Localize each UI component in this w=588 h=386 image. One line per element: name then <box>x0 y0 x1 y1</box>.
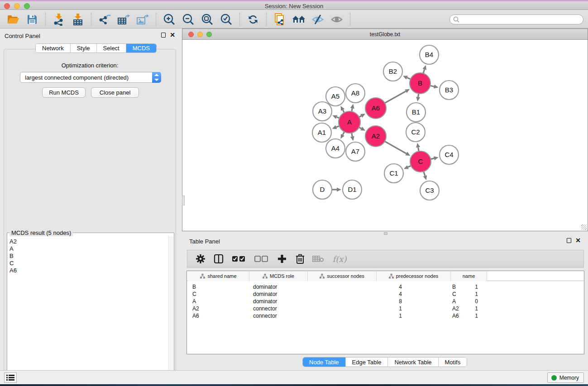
export-network-icon[interactable] <box>97 13 112 26</box>
network-canvas[interactable]: AA6A2BCA1A3A5A8A4A7B1B2B3B4C1C2C3C4DD1 <box>183 40 587 231</box>
task-history-button[interactable] <box>4 372 17 383</box>
cell-name-row1[interactable]: C <box>452 291 484 298</box>
arrowhead-A-A8 <box>350 104 354 109</box>
zoom-fit-icon[interactable] <box>200 13 215 26</box>
refresh-icon[interactable] <box>245 13 261 26</box>
node-label-A4: A4 <box>331 144 339 152</box>
cell-name-row3[interactable]: A2 <box>452 305 484 312</box>
cell-name-row2[interactable]: A <box>452 298 484 305</box>
zoom-in-icon[interactable] <box>162 13 177 26</box>
first-neighbors-icon[interactable] <box>291 13 306 26</box>
network-canvas-svg: AA6A2BCA1A3A5A8A4A7B1B2B3B4C1C2C3C4DD1 <box>183 40 587 231</box>
result-item[interactable]: B <box>10 253 168 260</box>
tab-motifs[interactable]: Motifs <box>439 357 467 367</box>
network-window-side-handle[interactable] <box>182 195 185 205</box>
new-network-from-selection-icon[interactable] <box>272 13 287 26</box>
open-file-icon[interactable] <box>5 13 21 26</box>
cell-predecessor-nodes-row3[interactable]: 1 <box>187 305 478 312</box>
cell-predecessor-nodes-row1[interactable]: 1 <box>187 291 478 298</box>
node-label-C: C <box>418 157 423 165</box>
column-header-label: shared name <box>207 273 236 279</box>
cell-predecessor-nodes-row4[interactable]: 1 <box>187 312 478 319</box>
table-settings-gear-icon[interactable] <box>195 253 206 265</box>
node-label-B: B <box>418 79 422 87</box>
table-header-row: shared nameMCDS rolesuccessor nodesprede… <box>187 271 584 281</box>
cell-predecessor-nodes-row0[interactable]: 1 <box>187 283 478 291</box>
result-scrollbar[interactable] <box>168 236 173 385</box>
node-label-C4: C4 <box>445 151 453 158</box>
float-panel-icon[interactable] <box>161 33 166 38</box>
splitter-handle[interactable] <box>384 232 387 235</box>
node-table[interactable]: shared nameMCDS rolesuccessor nodesprede… <box>186 271 584 354</box>
table-body[interactable]: Bdominator41BCdominator41CAdominator80AA… <box>187 281 584 354</box>
edge-A6-B[interactable] <box>384 91 406 104</box>
tab-mcds[interactable]: MCDS <box>126 44 156 52</box>
column-visibility-icon[interactable] <box>213 253 225 265</box>
arrowhead-B-B4 <box>422 65 426 70</box>
network-view-window: testGlobe.txt AA6A2BCA1A3A5A8A4A7B1B2B3B… <box>182 29 588 231</box>
tab-network-table[interactable]: Network Table <box>388 357 438 367</box>
table-close-panel-icon[interactable]: ✕ <box>575 238 581 243</box>
add-column-icon[interactable] <box>276 253 288 265</box>
search-input[interactable] <box>460 16 578 23</box>
node-label-B1: B1 <box>412 108 420 116</box>
result-item[interactable]: A <box>10 245 168 253</box>
edge-A2-C[interactable] <box>384 141 406 153</box>
mcds-result-title: MCDS result (5 nodes) <box>10 229 73 236</box>
export-image-icon[interactable] <box>135 13 150 26</box>
table-float-panel-icon[interactable] <box>567 238 571 243</box>
dropdown-stepper-icon <box>152 72 161 83</box>
delete-table-icon[interactable] <box>312 253 324 265</box>
column-header-label: MCDS role <box>270 273 294 279</box>
tab-node-table[interactable]: Node Table <box>303 357 346 367</box>
save-session-icon[interactable] <box>24 13 40 26</box>
column-header-shared-name[interactable]: shared name <box>188 271 249 281</box>
network-window-titlebar[interactable]: testGlobe.txt <box>182 29 588 40</box>
tab-edge-table[interactable]: Edge Table <box>346 357 388 367</box>
run-mcds-button[interactable]: Run MCDS <box>42 87 86 98</box>
result-item[interactable]: A6 <box>10 267 168 274</box>
close-panel-button[interactable]: Close panel <box>91 87 139 98</box>
cell-name-row4[interactable]: A6 <box>452 312 484 319</box>
memory-label: Memory <box>559 375 579 381</box>
arrowhead-D-D1 <box>337 188 341 192</box>
memory-button[interactable]: Memory <box>547 372 584 383</box>
tab-network[interactable]: Network <box>36 44 71 52</box>
node-label-A5: A5 <box>331 92 339 100</box>
arrowhead-B-B1 <box>416 97 420 102</box>
node-label-A1: A1 <box>318 129 326 136</box>
column-header-MCDS-role[interactable]: MCDS role <box>249 271 308 281</box>
node-label-B2: B2 <box>389 67 397 75</box>
node-label-A6: A6 <box>372 104 380 112</box>
mcds-tab-content: Optimization criterion: largest connecte… <box>4 49 176 386</box>
zoom-selected-icon[interactable] <box>219 13 234 26</box>
hide-selected-icon[interactable] <box>310 13 325 26</box>
function-builder-icon[interactable]: f(x) <box>330 253 349 265</box>
zoom-out-icon[interactable] <box>181 13 196 26</box>
select-all-rows-icon[interactable] <box>231 253 247 265</box>
close-panel-icon[interactable]: ✕ <box>170 33 175 38</box>
result-item[interactable]: C <box>10 260 168 267</box>
arrowhead-C-C4 <box>434 156 439 160</box>
import-network-icon[interactable] <box>51 13 67 26</box>
export-table-icon[interactable] <box>116 13 131 26</box>
show-all-icon[interactable] <box>329 13 344 26</box>
node-label-A: A <box>347 118 352 126</box>
column-header-name[interactable]: name <box>451 271 487 281</box>
shared-column-icon <box>200 274 205 279</box>
tab-select[interactable]: Select <box>97 44 126 52</box>
network-resize-grip[interactable] <box>581 224 587 230</box>
status-bar: Memory <box>0 370 588 384</box>
search-field[interactable] <box>449 14 583 24</box>
column-header-successor-nodes[interactable]: successor nodes <box>308 271 377 281</box>
import-table-icon[interactable] <box>70 13 86 26</box>
criterion-dropdown[interactable]: largest connected component (directed) <box>20 72 161 83</box>
result-item[interactable]: A2 <box>10 238 168 245</box>
cell-name-row0[interactable]: B <box>452 283 484 291</box>
cell-predecessor-nodes-row2[interactable]: 0 <box>187 298 478 305</box>
mcds-result-list[interactable]: A2ABCA6 <box>8 236 168 385</box>
delete-column-icon[interactable] <box>294 253 306 265</box>
deselect-all-rows-icon[interactable] <box>253 253 270 265</box>
tab-style[interactable]: Style <box>71 44 97 52</box>
column-header-predecessor-nodes[interactable]: predecessor nodes <box>377 271 451 281</box>
